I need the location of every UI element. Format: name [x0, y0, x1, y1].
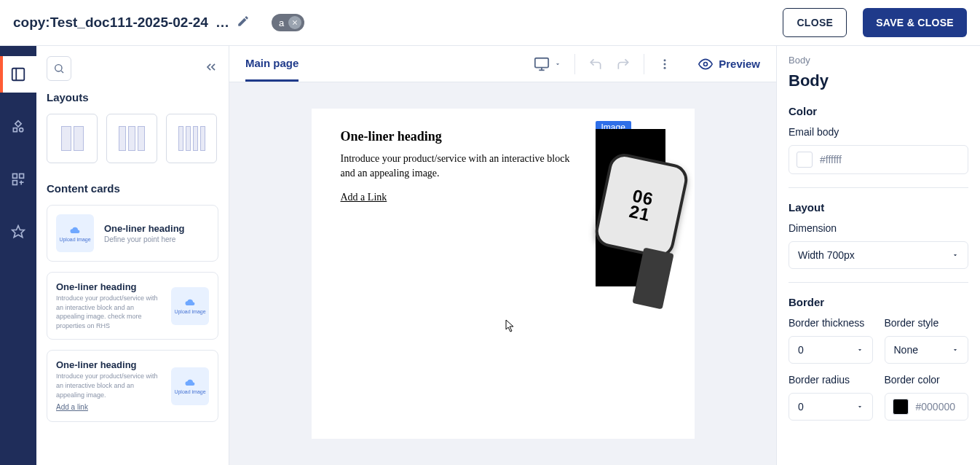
search-icon	[53, 63, 65, 74]
rail-layouts[interactable]	[0, 56, 36, 93]
svg-point-18	[664, 66, 666, 69]
chevron-left-double-icon	[204, 60, 218, 74]
section-border: Border	[789, 296, 968, 308]
block-paragraph[interactable]: Introduce your product/service with an i…	[341, 152, 580, 181]
svg-point-16	[664, 59, 666, 61]
caret-down-icon	[856, 346, 864, 353]
edit-icon[interactable]	[237, 15, 250, 31]
caret-down-icon	[952, 346, 959, 353]
dots-vertical-icon	[658, 58, 671, 71]
svg-point-4	[20, 128, 23, 132]
email-body-color-label: Email body	[789, 126, 968, 138]
block-image[interactable]: Image 06 21	[596, 129, 665, 395]
content-cards-section-title: Content cards	[47, 182, 218, 195]
color-swatch[interactable]	[797, 152, 813, 168]
filter-chip[interactable]: a	[272, 14, 304, 31]
rail-favorites[interactable]	[0, 214, 36, 250]
close-icon[interactable]	[288, 16, 301, 29]
caret-down-icon	[554, 60, 561, 68]
section-layout: Layout	[789, 201, 968, 214]
email-body-color-input[interactable]: #ffffff	[789, 145, 968, 174]
chip-label: a	[279, 17, 284, 28]
dimension-label: Dimension	[789, 222, 968, 234]
border-style-label: Border style	[885, 317, 969, 329]
left-rail	[0, 46, 36, 465]
svg-point-19	[704, 62, 708, 66]
properties-title: Body	[789, 71, 968, 90]
card-heading: One-liner heading	[56, 359, 161, 370]
border-color-label: Border color	[885, 374, 969, 386]
tab-main-page[interactable]: Main page	[245, 47, 299, 82]
card-sub: Introduce your product/service with an i…	[56, 372, 161, 399]
svg-rect-3	[13, 128, 17, 132]
undo-button[interactable]	[584, 52, 607, 76]
rail-components[interactable]	[0, 109, 36, 145]
caret-down-icon	[952, 251, 959, 259]
layout-2-column[interactable]	[47, 114, 98, 163]
layout-3-column[interactable]	[106, 114, 157, 163]
svg-rect-6	[20, 174, 24, 179]
canvas-body[interactable]: One-liner heading Introduce your product…	[229, 82, 776, 465]
upload-image-icon: Upload image	[171, 287, 209, 325]
watch-image: 06 21	[596, 129, 665, 286]
rail-blocks[interactable]	[0, 161, 36, 198]
canvas-toolbar: Main page Preview	[229, 46, 776, 82]
upload-image-icon: Upload image	[171, 367, 209, 405]
card-sub: Define your point here	[104, 235, 209, 243]
svg-point-17	[664, 63, 666, 65]
svg-marker-2	[15, 121, 21, 127]
redo-button[interactable]	[612, 52, 635, 76]
svg-point-11	[55, 65, 62, 71]
border-thickness-select[interactable]: 0	[789, 336, 873, 364]
save-and-close-button[interactable]: SAVE & CLOSE	[863, 8, 967, 37]
content-card-template-3[interactable]: One-liner heading Introduce your product…	[47, 350, 218, 422]
desktop-icon	[534, 56, 550, 72]
card-heading: One-liner heading	[104, 223, 209, 234]
block-link[interactable]: Add a Link	[341, 192, 387, 203]
svg-rect-5	[13, 174, 17, 179]
card-sub: Introduce your product/service with an i…	[56, 294, 161, 330]
svg-line-12	[61, 71, 63, 73]
collapse-sidebar-button[interactable]	[204, 60, 218, 77]
layout-4-column[interactable]	[166, 114, 217, 163]
eye-icon	[698, 57, 713, 71]
border-color-input[interactable]: #000000	[885, 393, 969, 421]
border-radius-select[interactable]: 0	[789, 393, 873, 421]
color-hex-value: #ffffff	[820, 154, 842, 165]
top-bar: copy:Test_doc111-2025-02-24 … a CLOSE SA…	[0, 0, 980, 45]
svg-rect-7	[13, 181, 17, 185]
border-style-select[interactable]: None	[885, 336, 969, 364]
components-sidebar: Layouts Content cards Upload image One-l…	[36, 46, 229, 465]
viewport-selector[interactable]	[529, 52, 566, 77]
redo-icon	[616, 57, 631, 71]
content-card-template-2[interactable]: One-liner heading Introduce your product…	[47, 272, 218, 340]
close-button[interactable]: CLOSE	[783, 8, 847, 37]
canvas-area: Main page Preview	[229, 46, 776, 465]
email-block[interactable]: One-liner heading Introduce your product…	[312, 109, 695, 439]
search-button[interactable]	[47, 56, 71, 81]
content-card-template-1[interactable]: Upload image One-liner heading Define yo…	[47, 205, 218, 262]
border-thickness-label: Border thickness	[789, 317, 873, 329]
card-heading: One-liner heading	[56, 281, 161, 292]
card-link: Add a link	[56, 403, 88, 411]
upload-image-icon: Upload image	[56, 214, 94, 252]
svg-rect-13	[535, 58, 548, 67]
workspace: Layouts Content cards Upload image One-l…	[0, 45, 980, 465]
section-color: Color	[789, 105, 968, 117]
breadcrumb[interactable]: Body	[789, 55, 968, 66]
layouts-section-title: Layouts	[47, 91, 218, 103]
dimension-select[interactable]: Width 700px	[789, 241, 968, 269]
undo-icon	[588, 57, 603, 71]
svg-marker-10	[12, 226, 25, 238]
document-title: copy:Test_doc111-2025-02-24	[13, 15, 208, 31]
border-radius-label: Border radius	[789, 374, 873, 386]
color-swatch[interactable]	[893, 399, 909, 415]
preview-button[interactable]: Preview	[698, 57, 760, 71]
color-hex-value: #000000	[916, 401, 956, 413]
caret-down-icon	[856, 403, 864, 410]
properties-panel: Body Body Color Email body #ffffff Layou…	[776, 46, 980, 465]
block-heading[interactable]: One-liner heading	[341, 129, 580, 144]
more-options-button[interactable]	[653, 52, 676, 76]
svg-rect-0	[12, 69, 25, 81]
doc-title-truncate: …	[216, 15, 229, 31]
